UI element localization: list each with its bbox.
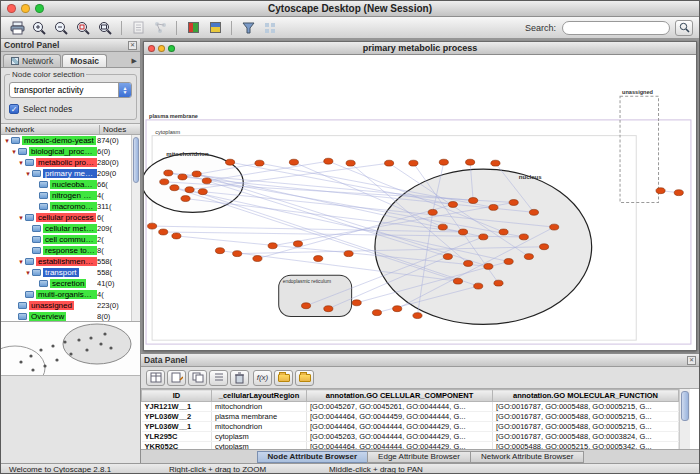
zoom-out-button[interactable] — [51, 19, 71, 37]
tree-row[interactable]: multi-organism pro...4( — [1, 289, 131, 300]
tree-row[interactable]: ▾mosaic-demo-yeast874(0) — [1, 135, 131, 146]
tree-row[interactable]: ▾transport558( — [1, 267, 131, 278]
control-panel-close-button[interactable]: ✕ — [128, 41, 137, 50]
tree-row[interactable]: secretion41(0) — [1, 278, 131, 289]
tab-node-attribute-browser[interactable]: Node Attribute Browser — [257, 451, 369, 463]
annotation-button[interactable] — [205, 19, 225, 37]
network-node[interactable] — [385, 160, 394, 166]
close-window-button[interactable] — [7, 4, 16, 13]
tree-row[interactable]: nucleobase...66( — [1, 179, 131, 190]
table-row[interactable]: YPL036W__2plasma membrane[GO:0044464, GO… — [142, 412, 679, 422]
network-node[interactable] — [301, 303, 310, 309]
tree-scrollbar[interactable] — [131, 135, 140, 321]
zoom-selected-button[interactable] — [73, 19, 93, 37]
network-node[interactable] — [346, 160, 355, 166]
network-node[interactable] — [540, 244, 549, 250]
minimize-window-button[interactable] — [21, 4, 30, 13]
tree-row[interactable]: cell communicati...2( — [1, 234, 131, 245]
tree-row[interactable]: ▾primary metab...209(0 — [1, 168, 131, 179]
network-node[interactable] — [215, 248, 224, 254]
network-node[interactable] — [524, 254, 533, 260]
network-node[interactable] — [453, 278, 462, 284]
network-node[interactable] — [324, 306, 333, 312]
network-node[interactable] — [479, 234, 488, 240]
column-header[interactable]: annotation.GO CELLULAR_COMPONENT — [307, 390, 493, 402]
network-node[interactable] — [314, 256, 323, 262]
network-node[interactable] — [443, 254, 452, 260]
tab-network-attribute-browser[interactable]: Network Attribute Browser — [470, 451, 584, 463]
network-node[interactable] — [170, 185, 179, 191]
tree-row[interactable]: ▾establishment of lo...558( — [1, 256, 131, 267]
network-node[interactable] — [255, 160, 264, 166]
network-node[interactable] — [185, 187, 194, 193]
formula-builder-button[interactable]: f(x) — [253, 370, 272, 386]
network-node[interactable] — [489, 204, 498, 210]
network-node[interactable] — [550, 224, 559, 230]
network-window-zoom-button[interactable] — [168, 45, 175, 52]
tree-row[interactable]: Overview8(0) — [1, 311, 131, 321]
nodes-column-header[interactable]: Nodes — [100, 125, 140, 134]
network-node[interactable] — [464, 261, 473, 267]
network-node[interactable] — [674, 190, 683, 196]
create-attribute-button[interactable] — [167, 370, 186, 386]
vizmapper-button[interactable] — [183, 19, 203, 37]
expander-icon[interactable]: ▾ — [17, 258, 25, 266]
print-button[interactable] — [7, 19, 27, 37]
tab-network[interactable]: Network — [3, 54, 61, 67]
tree-scrollbar-thumb[interactable] — [133, 137, 139, 183]
network-node[interactable] — [509, 200, 518, 206]
table-scrollbar[interactable] — [679, 389, 690, 449]
network-node[interactable] — [458, 229, 467, 235]
network-node[interactable] — [293, 241, 302, 247]
network-window-close-button[interactable] — [148, 45, 155, 52]
search-go-button[interactable] — [675, 20, 693, 36]
network-node[interactable] — [289, 159, 298, 165]
tree-row[interactable]: cellular metabo...209( — [1, 223, 131, 234]
network-node[interactable] — [409, 160, 418, 166]
tree-row[interactable]: unassigned223(0) — [1, 300, 131, 311]
network-node[interactable] — [469, 198, 478, 204]
expander-icon[interactable]: ▾ — [24, 170, 32, 178]
network-node[interactable] — [148, 223, 157, 229]
expander-icon[interactable]: ▾ — [17, 159, 25, 167]
expander-icon[interactable]: ▾ — [10, 148, 18, 156]
network-window-titlebar[interactable]: primary metabolic process — [144, 42, 696, 55]
table-scrollbar-thumb[interactable] — [681, 391, 689, 421]
network-node[interactable] — [324, 158, 333, 164]
tree-row[interactable]: macromolecule...311( — [1, 201, 131, 212]
network-node[interactable] — [253, 256, 262, 262]
tree-row[interactable]: ▾metabolic process280(0) — [1, 157, 131, 168]
select-attributes-button[interactable] — [146, 370, 165, 386]
color-attribute-dropdown[interactable]: transporter activity ▲▼ — [9, 82, 132, 98]
zoom-fit-button[interactable] — [95, 19, 115, 37]
network-node[interactable] — [181, 196, 190, 202]
export-attributes-button[interactable] — [295, 370, 314, 386]
network-node[interactable] — [192, 171, 201, 177]
network-node[interactable] — [484, 263, 493, 269]
import-attributes-button[interactable] — [274, 370, 293, 386]
network-node[interactable] — [202, 178, 211, 184]
zoom-in-button[interactable] — [29, 19, 49, 37]
tab-mosaic[interactable]: Mosaic — [62, 54, 107, 67]
network-node[interactable] — [198, 189, 207, 195]
tab-edge-attribute-browser[interactable]: Edge Attribute Browser — [367, 451, 471, 463]
delete-attribute-button[interactable] — [230, 370, 249, 386]
network-node[interactable] — [466, 159, 475, 165]
tree-row[interactable]: response to stimul...8( — [1, 245, 131, 256]
network-node[interactable] — [438, 224, 447, 230]
expander-icon[interactable]: ▾ — [24, 269, 32, 277]
network-node[interactable] — [393, 306, 402, 312]
hide-selected-button[interactable] — [128, 19, 148, 37]
table-row[interactable]: YPL036W__1mitochondrion[GO:0044464, GO:0… — [142, 422, 679, 432]
new-network-from-selection-button[interactable] — [150, 19, 170, 37]
network-node[interactable] — [499, 229, 508, 235]
network-node[interactable] — [656, 188, 665, 194]
search-input[interactable] — [562, 21, 670, 35]
network-node[interactable] — [529, 209, 538, 215]
table-row[interactable]: YLR295Ccytoplasm[GO:0045263, GO:0044444,… — [142, 432, 679, 442]
network-window-minimize-button[interactable] — [158, 45, 165, 52]
table-row[interactable]: YJR121W__1mitochondrion[GO:0045267, GO:0… — [142, 402, 679, 412]
network-node[interactable] — [178, 174, 187, 180]
network-node[interactable] — [439, 159, 448, 165]
network-node[interactable] — [428, 209, 437, 215]
